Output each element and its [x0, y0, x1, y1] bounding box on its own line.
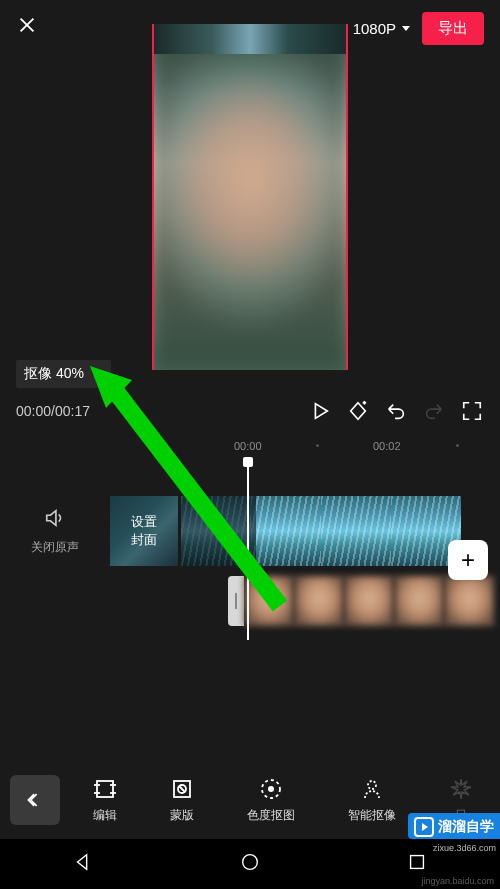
clip-thumbnail [251, 496, 321, 566]
source-watermark: jingyan.baidu.com [421, 876, 494, 886]
watermark-url: zixue.3d66.com [433, 843, 496, 853]
speaker-icon [44, 507, 66, 533]
tool-mask-label: 蒙版 [170, 807, 194, 824]
overlay-thumbnail [444, 576, 494, 626]
toolbar-back-button[interactable] [10, 775, 60, 825]
resolution-value: 1080P [353, 20, 396, 37]
add-clip-button[interactable]: + [448, 540, 488, 580]
export-button[interactable]: 导出 [422, 12, 484, 45]
overlay-thumbnail [294, 576, 344, 626]
svg-rect-3 [97, 781, 113, 797]
overlay-thumbnail [244, 576, 294, 626]
chevron-down-icon [402, 26, 410, 31]
tool-chroma-key[interactable]: 色度抠图 [243, 777, 299, 824]
play-button[interactable] [308, 399, 332, 423]
clip-handle[interactable] [228, 576, 244, 626]
cutout-progress-label: 抠像 40% [24, 365, 84, 383]
play-badge-icon [414, 817, 434, 837]
tool-smart-cutout-label: 智能抠像 [348, 807, 396, 824]
svg-point-14 [243, 855, 258, 870]
overlay-thumbnail [344, 576, 394, 626]
playhead[interactable] [247, 460, 249, 640]
preview-area: 抠像 40% ✕ [0, 56, 500, 386]
mute-original-audio[interactable]: 关闭原声 [0, 507, 110, 556]
svg-rect-15 [410, 856, 423, 869]
tool-mask[interactable]: 蒙版 [166, 777, 198, 824]
close-button[interactable] [16, 14, 38, 42]
overlay-thumbnail [394, 576, 444, 626]
nav-back-button[interactable] [72, 851, 94, 877]
ruler-time-1: 00:02 [373, 440, 401, 452]
nav-home-button[interactable] [239, 851, 261, 877]
ruler-dot [456, 444, 459, 447]
resolution-selector[interactable]: 1080P [353, 20, 410, 37]
svg-line-10 [179, 786, 185, 792]
close-icon[interactable]: ✕ [92, 367, 103, 382]
tool-chroma-label: 色度抠图 [247, 807, 295, 824]
clip-thumbnail [321, 496, 391, 566]
timeline-area[interactable]: 关闭原声 设置 封面 + [0, 460, 500, 660]
overlay-track[interactable] [228, 576, 494, 626]
keyframe-button[interactable] [346, 399, 370, 423]
watermark-badge: 溜溜自学 zixue.3d66.com [408, 813, 500, 839]
time-display: 00:00/00:17 [16, 403, 90, 419]
watermark-brand: 溜溜自学 [438, 818, 494, 836]
mute-label: 关闭原声 [31, 539, 79, 556]
svg-point-13 [368, 781, 376, 789]
set-cover-button[interactable]: 设置 封面 [110, 496, 178, 566]
playback-controls: 00:00/00:17 [0, 386, 500, 436]
video-preview[interactable] [152, 24, 348, 370]
nav-recents-button[interactable] [406, 851, 428, 877]
tool-edit[interactable]: 编辑 [89, 777, 121, 824]
ruler-time-0: 00:00 [234, 440, 262, 452]
fullscreen-button[interactable] [460, 399, 484, 423]
tool-edit-label: 编辑 [93, 807, 117, 824]
ruler-dot [316, 444, 319, 447]
clip-dim-overlay [181, 496, 256, 566]
tool-smart-cutout[interactable]: 智能抠像 [344, 777, 400, 824]
svg-point-12 [268, 786, 274, 792]
redo-button [422, 399, 446, 423]
undo-button[interactable] [384, 399, 408, 423]
cutout-progress-tag: 抠像 40% ✕ [16, 360, 111, 388]
